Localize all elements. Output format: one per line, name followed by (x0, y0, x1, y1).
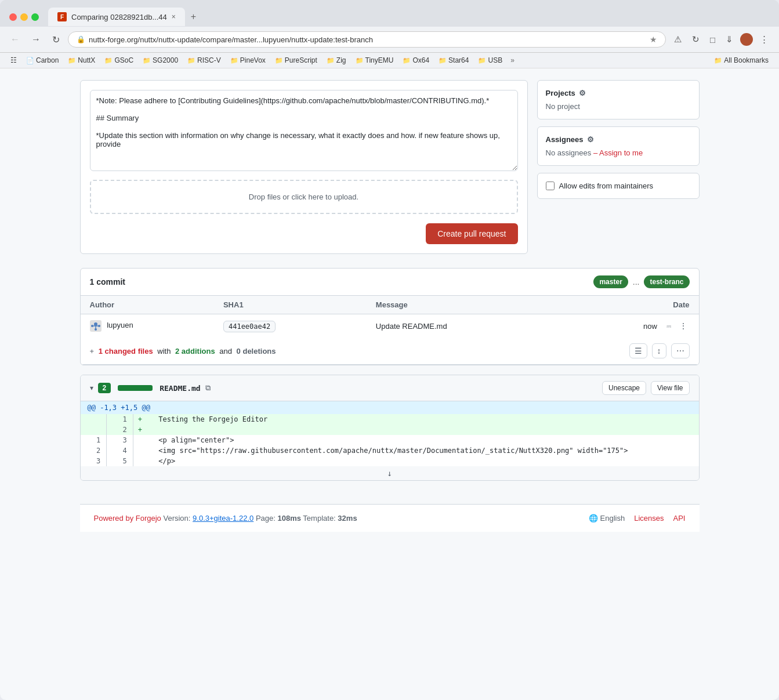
language-selector[interactable]: 🌐 English (589, 514, 625, 523)
bookmark-apps[interactable]: ☷ (7, 55, 20, 66)
assign-me-link[interactable]: – Assign to me (593, 148, 643, 157)
pr-sidebar: Projects ⚙ No project Assignees ⚙ No ass… (537, 80, 700, 254)
bookmark-label: PineVox (240, 56, 266, 64)
commits-table-header: Author SHA1 Message Date (81, 296, 699, 314)
diff-content: <p align="center"> (148, 435, 698, 445)
licenses-link[interactable]: Licenses (634, 514, 664, 523)
bookmark-gsoc[interactable]: 📁 GSoC (101, 55, 137, 66)
page-content: *Note: Please adhere to [Contributing Gu… (0, 68, 779, 700)
folder-icon: 📁 (187, 57, 195, 64)
url-text: nuttx-forge.org/nuttx/nuttx-update/compa… (89, 35, 646, 44)
menu-button[interactable]: ⋮ (756, 32, 772, 47)
profile-avatar[interactable] (740, 33, 753, 46)
unescape-button[interactable]: Unescape (602, 381, 646, 395)
diff-sign (133, 435, 148, 445)
footer-left: Powered by Forgejo Version: 9.0.3+gitea-… (94, 514, 357, 523)
maximize-button[interactable] (31, 13, 39, 21)
table-row: lupyuen 441ee0ae42 Update README.md now … (81, 314, 699, 338)
branch-badges: master ... test-branc (593, 275, 689, 288)
diff-line-normal: 3 5 </p> (81, 456, 699, 466)
bookmark-purescript[interactable]: 📁 PureScript (271, 55, 321, 66)
master-branch-badge[interactable]: master (593, 275, 628, 288)
message-header: Message (367, 296, 560, 314)
projects-value: No project (546, 102, 691, 111)
more-options-button[interactable]: ⋯ (671, 343, 690, 358)
new-tab-button[interactable]: + (185, 7, 202, 27)
maintainer-checkbox: Allow edits from maintainers (546, 182, 691, 190)
copy-commit-button[interactable]: ⎓ (664, 320, 673, 332)
bookmark-sg2000[interactable]: 📁 SG2000 (139, 55, 182, 66)
download-button[interactable]: ⇓ (722, 32, 737, 47)
bookmark-tinyemu[interactable]: 📁 TinyEMU (352, 55, 397, 66)
pr-description-textarea[interactable]: *Note: Please adhere to [Contributing Gu… (90, 90, 518, 171)
new-line-num: 2 (107, 425, 133, 435)
bookmark-usb[interactable]: 📁 USB (474, 55, 506, 66)
file-tree-button[interactable]: ☰ (629, 343, 647, 358)
version-link[interactable]: 9.0.3+gitea-1.22.0 (193, 514, 253, 523)
footer-version-label: Version: (163, 514, 193, 523)
file-upload-area[interactable]: Drop files or click here to upload. (90, 180, 518, 214)
browse-commit-button[interactable]: ⋮ (677, 320, 690, 332)
gear-icon[interactable]: ⚙ (587, 135, 594, 144)
close-button[interactable] (9, 13, 17, 21)
bookmark-star64[interactable]: 📁 Star64 (435, 55, 472, 66)
create-pr-button[interactable]: Create pull request (426, 223, 517, 244)
extensions-button[interactable]: ⚠ (671, 32, 685, 47)
diff-collapse-button[interactable]: ▾ (90, 384, 93, 392)
folder-icon: 📁 (478, 57, 486, 64)
bookmarks-overflow[interactable]: » (508, 55, 517, 66)
minimize-button[interactable] (20, 13, 28, 21)
sha-badge[interactable]: 441ee0ae42 (223, 321, 276, 332)
folder-icon: 📁 (439, 57, 447, 64)
assignees-section: Assignees ⚙ No assignees – Assign to me (537, 126, 700, 166)
apps-icon: ☷ (10, 56, 17, 64)
commits-count: 1 commit (90, 277, 125, 286)
branch-separator: ... (633, 277, 640, 286)
globe-icon: 🌐 (589, 514, 598, 523)
bookmark-zig[interactable]: 📁 Zig (323, 55, 350, 66)
bookmark-pinevox[interactable]: 📁 PineVox (227, 55, 269, 66)
sync-button[interactable]: ↻ (689, 32, 703, 47)
all-bookmarks[interactable]: 📁 All Bookmarks (711, 55, 772, 66)
api-link[interactable]: API (673, 514, 686, 523)
diff-expand-cell[interactable]: ↓ (81, 466, 699, 480)
bookmark-riscv[interactable]: 📁 RISC-V (184, 55, 224, 66)
date-header: Date (560, 296, 699, 314)
browser-toolbar: ← → ↻ 🔒 nuttx-forge.org/nuttx/nuttx-upda… (0, 27, 779, 53)
commits-section: 1 commit master ... test-branc Author SH… (80, 268, 700, 365)
pr-form-main: *Note: Please adhere to [Contributing Gu… (80, 80, 528, 254)
author-avatar-icon (90, 320, 102, 332)
folder-icon: 📁 (403, 57, 411, 64)
maintainer-label: Allow edits from maintainers (559, 182, 654, 190)
projects-section: Projects ⚙ No project (537, 80, 700, 119)
maintainer-checkbox-input[interactable] (546, 182, 555, 190)
reload-button[interactable]: ↻ (49, 32, 63, 48)
expand-icon: ↓ (387, 469, 392, 478)
diff-controls: ☰ ↕ ⋯ (629, 343, 690, 358)
view-file-button[interactable]: View file (651, 381, 689, 395)
carbon-icon: 📄 (26, 57, 34, 64)
gear-icon[interactable]: ⚙ (579, 89, 586, 97)
tab-close-button[interactable]: × (172, 13, 176, 21)
split-view-button[interactable]: ↕ (652, 343, 666, 358)
bookmark-nuttx[interactable]: 📁 NuttX (64, 55, 99, 66)
address-bar[interactable]: 🔒 nuttx-forge.org/nuttx/nuttx-update/com… (68, 31, 666, 48)
bookmark-label: PureScript (285, 56, 317, 64)
diff-content: </p> (148, 456, 698, 466)
back-button[interactable]: ← (7, 32, 23, 47)
bookmark-ox64[interactable]: 📁 Ox64 (399, 55, 433, 66)
page-label: Page: (256, 514, 278, 523)
copy-filename-button[interactable]: ⧉ (205, 383, 211, 393)
language-label: English (600, 514, 625, 523)
forward-button[interactable]: → (28, 32, 44, 47)
diff-file-header: ▾ 2 README.md ⧉ Unescape View file (81, 375, 699, 401)
old-line-num: 1 (81, 435, 107, 445)
test-branch-badge[interactable]: test-branc (644, 275, 689, 288)
diff-additions-bar (118, 385, 153, 391)
date-value: now (643, 322, 657, 331)
share-button[interactable]: □ (706, 32, 719, 47)
diff-content: Testing the Forgejo Editor (148, 414, 698, 425)
active-tab[interactable]: F Comparing 02828921db...44 × (48, 8, 185, 26)
bookmark-carbon[interactable]: 📄 Carbon (23, 55, 62, 66)
assignees-title: Assignees ⚙ (546, 135, 691, 144)
